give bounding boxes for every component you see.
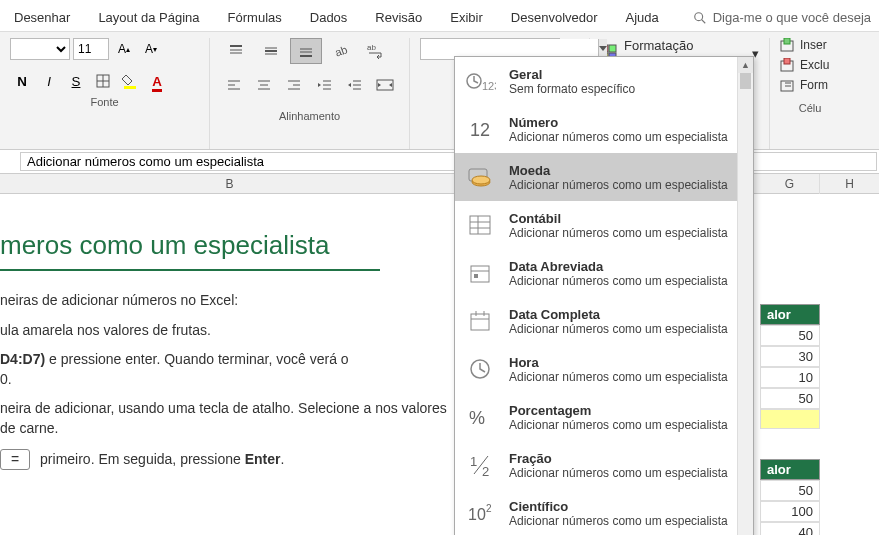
scroll-up-button[interactable]: ▲: [738, 57, 753, 73]
svg-rect-55: [471, 314, 489, 330]
fraction-icon: 12: [465, 449, 497, 481]
format-option-title: Data Abreviada: [509, 259, 743, 274]
format-option-title: Data Completa: [509, 307, 743, 322]
svg-text:2: 2: [486, 503, 492, 514]
accounting-icon: [465, 209, 497, 241]
svg-rect-52: [471, 266, 489, 282]
delete-cells-button[interactable]: Exclu: [780, 58, 840, 72]
fill-color-button[interactable]: [118, 70, 142, 92]
paragraph-2: ula amarela nos valores de frutas.: [0, 321, 460, 341]
tab-draw[interactable]: Desenhar: [0, 4, 84, 31]
format-option-subtitle: Adicionar números como um especialista: [509, 226, 743, 240]
dropdown-scrollbar[interactable]: ▲ ▼: [737, 57, 753, 535]
borders-button[interactable]: [91, 70, 115, 92]
align-right-button[interactable]: [281, 72, 308, 98]
underline-button[interactable]: S: [64, 70, 88, 92]
table-header-valor-1: alor: [760, 304, 820, 325]
equals-key: =: [0, 449, 30, 471]
tab-review[interactable]: Revisão: [361, 4, 436, 31]
increase-font-button[interactable]: A▴: [112, 38, 136, 60]
paragraph-4: neira de adicionar, usando uma tecla de …: [0, 399, 460, 438]
svg-rect-54: [474, 274, 478, 278]
group-cells: Inser Exclu Form Célu: [770, 38, 850, 149]
font-color-button[interactable]: A: [145, 70, 169, 92]
table-cell[interactable]: 100: [760, 501, 820, 522]
format-option-title: Científico: [509, 499, 743, 514]
time-icon: [465, 353, 497, 385]
table-cell[interactable]: 50: [760, 480, 820, 501]
table-cell[interactable]: 50: [760, 388, 820, 409]
svg-rect-40: [784, 58, 790, 64]
format-option-date-long[interactable]: Data CompletaAdicionar números como um e…: [455, 297, 753, 345]
format-option-scientific[interactable]: 102CientíficoAdicionar números como um e…: [455, 489, 753, 535]
delete-icon: [780, 58, 796, 72]
merge-button[interactable]: [372, 72, 399, 98]
title-underline: [0, 269, 380, 271]
scroll-thumb[interactable]: [740, 73, 751, 89]
align-center-button[interactable]: [250, 72, 277, 98]
increase-indent-button[interactable]: [341, 72, 368, 98]
general-icon: 123: [465, 65, 497, 97]
format-option-subtitle: Adicionar números como um especialista: [509, 514, 743, 528]
align-left-button[interactable]: [220, 72, 247, 98]
tab-data[interactable]: Dados: [296, 4, 362, 31]
decrease-font-button[interactable]: A▾: [139, 38, 163, 60]
tab-formulas[interactable]: Fórmulas: [214, 4, 296, 31]
group-alignment-label: Alinhamento: [220, 106, 399, 126]
decrease-indent-button[interactable]: [311, 72, 338, 98]
format-option-fraction[interactable]: 12FraçãoAdicionar números como um especi…: [455, 441, 753, 489]
svg-text:12: 12: [470, 120, 490, 140]
orientation-button[interactable]: ab: [325, 38, 357, 64]
svg-text:123: 123: [482, 80, 496, 92]
format-cells-button[interactable]: Form: [780, 78, 840, 92]
paragraph-3: D4:D7) e pressione enter. Quando termina…: [0, 350, 460, 389]
align-middle-button[interactable]: [255, 38, 287, 64]
format-option-title: Número: [509, 115, 743, 130]
tell-me-search[interactable]: Diga-me o que você deseja: [685, 4, 879, 31]
svg-text:1: 1: [470, 454, 477, 469]
column-header-G[interactable]: G: [760, 174, 820, 194]
table-cell[interactable]: 50: [760, 325, 820, 346]
italic-button[interactable]: I: [37, 70, 61, 92]
tab-page-layout[interactable]: Layout da Página: [84, 4, 213, 31]
format-option-title: Geral: [509, 67, 743, 82]
format-option-percent[interactable]: %PorcentagemAdicionar números como um es…: [455, 393, 753, 441]
format-option-title: Contábil: [509, 211, 743, 226]
format-option-general[interactable]: 123GeralSem formato específico: [455, 57, 753, 105]
date-short-icon: [465, 257, 497, 289]
value-column: alor 50 30 10 50 alor 50 100 40: [760, 304, 820, 535]
format-option-accounting[interactable]: Contábil Adicionar números como um espec…: [455, 201, 753, 249]
svg-point-47: [472, 176, 490, 184]
tab-view[interactable]: Exibir: [436, 4, 497, 31]
format-option-date-short[interactable]: Data AbreviadaAdicionar números como um …: [455, 249, 753, 297]
font-size-input[interactable]: [73, 38, 109, 60]
table-cell-highlight[interactable]: [760, 409, 820, 429]
format-option-number[interactable]: 12NúmeroAdicionar números como um especi…: [455, 105, 753, 153]
format-option-currency[interactable]: MoedaAdicionar números como um especiali…: [455, 153, 753, 201]
svg-rect-5: [124, 86, 136, 89]
svg-rect-48: [470, 216, 490, 234]
tab-developer[interactable]: Desenvolvedor: [497, 4, 612, 31]
column-header-H[interactable]: H: [820, 174, 879, 194]
format-option-time[interactable]: HoraAdicionar números como um especialis…: [455, 345, 753, 393]
align-top-button[interactable]: [220, 38, 252, 64]
bold-button[interactable]: N: [10, 70, 34, 92]
number-format-dropdown: 123GeralSem formato específico12NúmeroAd…: [454, 56, 754, 535]
font-name-select[interactable]: [10, 38, 70, 60]
align-bottom-button[interactable]: [290, 38, 322, 64]
format-option-subtitle: Sem formato específico: [509, 82, 743, 96]
paragraph-5: = primeiro. Em seguida, pressione Enter.: [0, 449, 460, 471]
table-cell[interactable]: 30: [760, 346, 820, 367]
format-option-title: Fração: [509, 451, 743, 466]
table-cell[interactable]: 40: [760, 522, 820, 535]
insert-cells-button[interactable]: Inser: [780, 38, 840, 52]
number-icon: 12: [465, 113, 497, 145]
svg-text:10: 10: [468, 506, 486, 523]
table-cell[interactable]: 10: [760, 367, 820, 388]
format-option-subtitle: Adicionar números como um especialista: [509, 130, 743, 144]
wrap-text-button[interactable]: ab: [360, 38, 392, 64]
column-header-B[interactable]: B: [0, 174, 460, 193]
tab-help[interactable]: Ajuda: [612, 4, 673, 31]
paragraph-1: neiras de adicionar números no Excel:: [0, 291, 460, 311]
svg-rect-34: [609, 45, 616, 52]
